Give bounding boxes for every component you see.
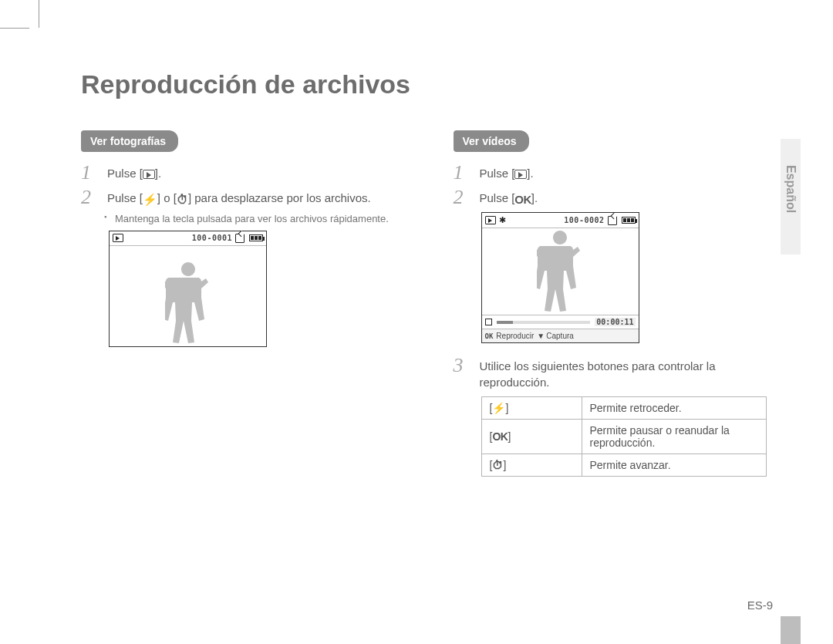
table-row: [OK] Permite pausar o reanudar la reprod… [481, 420, 766, 454]
person-silhouette [165, 258, 211, 346]
steps-videos: 1 Pulse []. 2 Pulse [OK]. [454, 163, 772, 207]
control-desc: Permite pausar o reanudar la reproducció… [582, 420, 766, 454]
page-number: ES-9 [747, 598, 773, 612]
control-key: [⏱] [481, 454, 582, 477]
step-2-videos: 2 Pulse [OK]. [454, 187, 772, 207]
column-videos: Ver vídeos 1 Pulse []. 2 Pulse [OK]. [454, 130, 772, 477]
file-counter: 100-0001 [192, 234, 232, 242]
manual-page: Reproducción de archivos Ver fotografías… [0, 0, 833, 644]
memory-card-icon [608, 216, 617, 225]
playback-mode-icon [113, 234, 123, 242]
step-number: 3 [454, 356, 480, 376]
screen-body [482, 228, 639, 315]
table-row: [⚡] Permite retroceder. [481, 397, 766, 420]
timer-icon: ⏱ [492, 459, 503, 471]
step-text: Utilice los siguientes botones para cont… [480, 356, 772, 390]
play-mode-icon [143, 170, 155, 179]
video-indicator-icon: ✱ [499, 215, 506, 225]
hint-play: Reproducir [496, 332, 534, 340]
video-progress-bar: 00:00:11 [482, 315, 639, 329]
video-hint-bar: OK Reproducir ▼ Captura [482, 329, 639, 342]
memory-card-icon [235, 234, 245, 243]
progress-track [497, 321, 591, 324]
video-preview-screen: ✱ 100-0002 [481, 212, 639, 343]
language-label: Español [784, 165, 798, 213]
timer-icon: ⏱ [177, 191, 188, 207]
hint-capture: Captura [546, 332, 574, 340]
file-counter: 100-0002 [564, 216, 604, 224]
ok-icon: OK [485, 332, 494, 340]
elapsed-time: 00:00:11 [595, 318, 635, 326]
screen-body [110, 246, 266, 346]
ok-icon: OK [514, 191, 531, 207]
flash-icon: ⚡ [492, 402, 505, 414]
steps-videos-cont: 3 Utilice los siguientes botones para co… [454, 356, 772, 390]
step-subnote: Mantenga la tecla pulsada para ver los a… [107, 212, 389, 226]
table-row: [⏱] Permite avanzar. [481, 454, 766, 477]
control-key: [OK] [481, 420, 582, 454]
playback-mode-icon [485, 216, 496, 224]
play-mode-icon [514, 170, 527, 179]
step-number: 2 [81, 187, 107, 207]
column-photos: Ver fotografías 1 Pulse []. 2 Pulse [⚡] … [81, 130, 400, 477]
control-desc: Permite retroceder. [582, 397, 766, 420]
battery-icon [249, 234, 263, 241]
language-tab: Español [781, 139, 801, 255]
step-2-photos: 2 Pulse [⚡] o [⏱] para desplazarse por l… [81, 187, 400, 226]
section-heading-photos: Ver fotografías [81, 130, 178, 152]
section-heading-videos: Ver vídeos [454, 130, 529, 152]
flash-icon: ⚡ [143, 191, 157, 207]
playback-controls-table: [⚡] Permite retroceder. [OK] Permite pau… [481, 396, 767, 477]
step-number: 1 [81, 163, 107, 183]
step-1-photos: 1 Pulse []. [81, 163, 400, 183]
steps-photos: 1 Pulse []. 2 Pulse [⚡] o [⏱] para despl… [81, 163, 400, 226]
stop-icon [485, 319, 492, 325]
step-number: 2 [454, 187, 480, 207]
page-content: Reproducción de archivos Ver fotografías… [81, 69, 771, 477]
two-column-layout: Ver fotografías 1 Pulse []. 2 Pulse [⚡] … [81, 130, 771, 477]
progress-fill [497, 321, 514, 324]
step-3-videos: 3 Utilice los siguientes botones para co… [454, 356, 772, 390]
step-text: Pulse [OK]. [480, 187, 538, 207]
control-desc: Permite avanzar. [582, 454, 766, 477]
step-text: Pulse [⚡] o [⏱] para desplazarse por los… [107, 187, 389, 226]
crop-mark-horizontal [0, 28, 29, 29]
down-icon: ▼ [537, 332, 543, 340]
step-number: 1 [454, 163, 480, 183]
thumb-index-block [781, 616, 801, 644]
step-text: Pulse []. [480, 163, 534, 181]
page-title: Reproducción de archivos [81, 69, 771, 99]
ok-icon: OK [492, 430, 508, 443]
person-silhouette [537, 226, 583, 315]
step-text: Pulse []. [107, 163, 161, 181]
battery-icon [622, 217, 636, 224]
step-1-videos: 1 Pulse []. [454, 163, 772, 183]
screen-topbar: 100-0001 [110, 231, 266, 246]
control-key: [⚡] [481, 397, 582, 420]
photo-preview-screen: 100-0001 [109, 231, 267, 347]
crop-mark-vertical [39, 0, 39, 28]
